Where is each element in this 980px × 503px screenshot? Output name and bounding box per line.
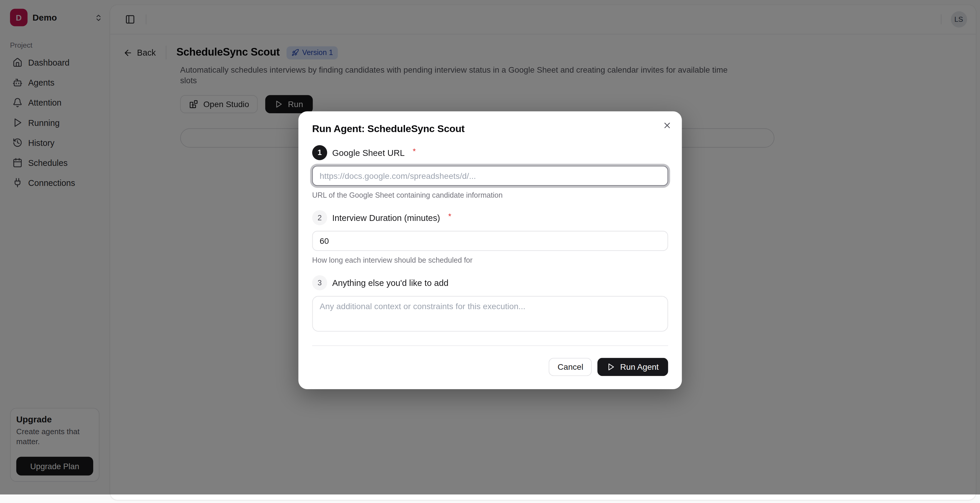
interview-duration-input[interactable] bbox=[312, 231, 668, 251]
field-interview-duration: 2 Interview Duration (minutes) * How lon… bbox=[312, 210, 668, 265]
field-additional-context: 3 Anything else you'd like to add bbox=[312, 275, 668, 331]
app-root: D Demo Project Dashboard Agents Attentio… bbox=[0, 0, 980, 503]
google-sheet-url-input[interactable] bbox=[312, 166, 668, 186]
run-agent-submit-button[interactable]: Run Agent bbox=[598, 358, 668, 376]
field-head: 3 Anything else you'd like to add bbox=[312, 275, 668, 290]
field-google-sheet-url: 1 Google Sheet URL * URL of the Google S… bbox=[312, 145, 668, 199]
cancel-label: Cancel bbox=[558, 362, 583, 371]
required-asterisk: * bbox=[448, 212, 451, 221]
field-head: 1 Google Sheet URL * bbox=[312, 145, 668, 160]
run-agent-modal: Run Agent: ScheduleSync Scout 1 Google S… bbox=[299, 111, 682, 389]
additional-context-textarea[interactable] bbox=[312, 296, 668, 331]
field-head: 2 Interview Duration (minutes) * bbox=[312, 210, 668, 225]
field-label: Google Sheet URL bbox=[332, 148, 404, 158]
field-label: Interview Duration (minutes) bbox=[332, 213, 440, 222]
field-label: Anything else you'd like to add bbox=[332, 278, 449, 287]
field-help: URL of the Google Sheet containing candi… bbox=[312, 191, 668, 200]
cancel-button[interactable]: Cancel bbox=[549, 358, 592, 376]
run-agent-label: Run Agent bbox=[620, 362, 659, 371]
field-number-badge: 2 bbox=[312, 210, 327, 225]
field-help: How long each interview should be schedu… bbox=[312, 256, 668, 265]
close-icon bbox=[662, 121, 672, 130]
modal-title: Run Agent: ScheduleSync Scout bbox=[312, 123, 668, 134]
field-number-badge: 1 bbox=[312, 145, 327, 160]
modal-footer: Cancel Run Agent bbox=[312, 345, 668, 376]
field-number-badge: 3 bbox=[312, 275, 327, 290]
play-icon bbox=[607, 363, 615, 371]
close-button[interactable] bbox=[661, 119, 673, 131]
required-asterisk: * bbox=[413, 147, 415, 156]
